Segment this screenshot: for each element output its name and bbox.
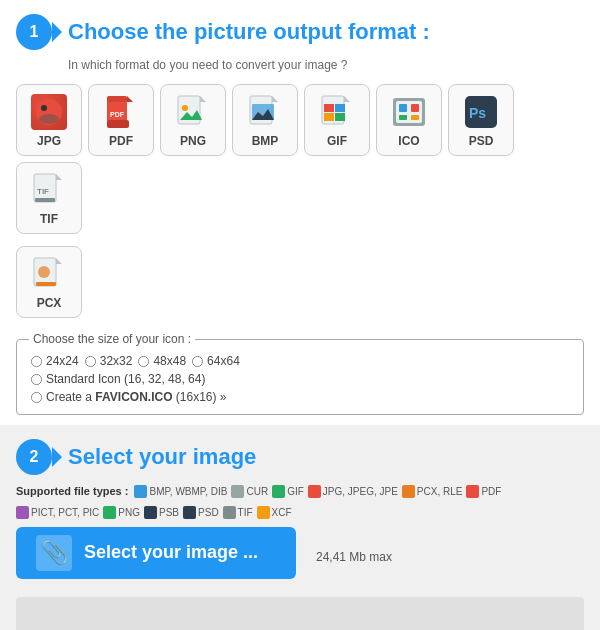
select-button-label: Select your image ...	[84, 542, 258, 563]
format-btn-pcx[interactable]: PCX	[16, 246, 82, 318]
svg-rect-49	[257, 506, 270, 519]
radio-input-48x48[interactable]	[138, 355, 149, 366]
format-icon-pcx	[29, 254, 69, 294]
select-btn-row: 📎 Select your image ... 24,41 Mb max	[16, 527, 584, 587]
format-btn-jpg[interactable]: JPG	[16, 84, 82, 156]
paperclip-icon: 📎	[36, 535, 72, 571]
radio-input-64x64[interactable]	[192, 355, 203, 366]
section-2-header: 2 Select your image	[16, 439, 584, 475]
svg-marker-35	[56, 258, 62, 264]
format-label-gif: GIF	[327, 134, 347, 148]
svg-point-10	[182, 105, 188, 111]
icon-size-row-2: Standard Icon (16, 32, 48, 64)	[29, 372, 571, 386]
radio-input-favicon[interactable]	[31, 391, 42, 402]
svg-rect-44	[16, 506, 29, 519]
format-icon-psd: Ps	[461, 92, 501, 132]
format-label-bmp: BMP	[252, 134, 279, 148]
radio-standard[interactable]: Standard Icon (16, 32, 48, 64)	[29, 372, 205, 386]
radio-input-24x24[interactable]	[31, 355, 42, 366]
file-type-psb: PSB	[144, 505, 179, 521]
radio-32x32[interactable]: 32x32	[83, 354, 133, 368]
file-type-xcf: XCF	[257, 505, 292, 521]
format-icon-png	[173, 92, 213, 132]
svg-rect-48	[223, 506, 236, 519]
section-1-title: Choose the picture output format :	[68, 19, 430, 45]
icon-size-row-3: Create a FAVICON.ICO (16x16) »	[29, 390, 571, 404]
format-label-jpg: JPG	[37, 134, 61, 148]
svg-rect-46	[144, 506, 157, 519]
section-1-header: 1 Choose the picture output format :	[16, 14, 584, 50]
svg-marker-17	[344, 96, 350, 102]
svg-rect-39	[231, 485, 244, 498]
svg-rect-47	[183, 506, 196, 519]
format-label-ico: ICO	[398, 134, 419, 148]
svg-marker-31	[56, 174, 62, 180]
select-image-button[interactable]: 📎 Select your image ...	[16, 527, 296, 579]
radio-input-standard[interactable]	[31, 373, 42, 384]
svg-rect-5	[107, 96, 127, 102]
file-type-pdf: PDF	[466, 484, 501, 500]
supported-files-label: Supported file types :	[16, 483, 128, 501]
file-type-gif: GIF	[272, 484, 304, 500]
step-badge-1: 1	[16, 14, 52, 50]
icon-size-legend: Choose the size of your icon :	[29, 332, 195, 346]
supported-files: Supported file types : BMP, WBMP, DIB CU…	[16, 483, 584, 521]
section-2: 2 Select your image Supported file types…	[0, 425, 600, 630]
svg-rect-20	[324, 113, 334, 121]
svg-marker-13	[272, 96, 278, 102]
radio-24x24[interactable]: 24x24	[29, 354, 79, 368]
file-type-pcx: PCX, RLE	[402, 484, 463, 500]
file-type-tif: TIF	[223, 505, 253, 521]
format-btn-png[interactable]: PNG	[160, 84, 226, 156]
file-type-pict: PICT, PCT, PIC	[16, 505, 99, 521]
format-label-pcx: PCX	[37, 296, 62, 310]
format-grid: JPG PDF PDF	[16, 84, 584, 234]
section-2-title: Select your image	[68, 444, 256, 470]
section-1: 1 Choose the picture output format : In …	[0, 0, 600, 425]
max-size-text: 24,41 Mb max	[316, 550, 392, 564]
svg-rect-18	[324, 104, 334, 112]
svg-rect-24	[399, 104, 407, 112]
file-type-cur: CUR	[231, 484, 268, 500]
format-label-tif: TIF	[40, 212, 58, 226]
format-btn-bmp[interactable]: BMP	[232, 84, 298, 156]
svg-point-37	[38, 266, 50, 278]
radio-favicon[interactable]: Create a FAVICON.ICO (16x16) »	[29, 390, 227, 404]
radio-64x64[interactable]: 64x64	[190, 354, 240, 368]
file-type-jpg: JPG, JPEG, JPE	[308, 484, 398, 500]
format-icon-ico	[389, 92, 429, 132]
icon-size-fieldset: Choose the size of your icon : 24x24 32x…	[16, 332, 584, 415]
svg-rect-45	[103, 506, 116, 519]
svg-point-1	[41, 105, 47, 111]
format-btn-pdf[interactable]: PDF PDF	[88, 84, 154, 156]
svg-rect-41	[308, 485, 321, 498]
format-btn-tif[interactable]: TIF TIF	[16, 162, 82, 234]
svg-rect-25	[411, 104, 419, 112]
section-1-subtitle: In which format do you need to convert y…	[68, 58, 584, 72]
radio-48x48[interactable]: 48x48	[136, 354, 186, 368]
svg-rect-19	[335, 104, 345, 112]
svg-rect-40	[272, 485, 285, 498]
svg-rect-36	[36, 282, 56, 286]
format-grid-row2: PCX	[16, 246, 584, 318]
svg-rect-21	[335, 113, 345, 121]
format-label-pdf: PDF	[109, 134, 133, 148]
file-type-png: PNG	[103, 505, 140, 521]
file-type-bmp: BMP, WBMP, DIB	[134, 484, 227, 500]
icon-size-options: 24x24 32x32 48x48 64x64 Standa	[29, 354, 571, 404]
format-label-png: PNG	[180, 134, 206, 148]
format-btn-psd[interactable]: Ps PSD	[448, 84, 514, 156]
format-btn-ico[interactable]: ICO	[376, 84, 442, 156]
icon-size-row-1: 24x24 32x32 48x48 64x64	[29, 354, 571, 368]
format-icon-bmp	[245, 92, 285, 132]
format-icon-gif	[317, 92, 357, 132]
radio-input-32x32[interactable]	[85, 355, 96, 366]
format-btn-gif[interactable]: GIF	[304, 84, 370, 156]
drop-zone[interactable]	[16, 597, 584, 630]
svg-marker-9	[200, 96, 206, 102]
svg-text:TIF: TIF	[37, 187, 49, 196]
svg-marker-4	[127, 96, 133, 102]
step-badge-2: 2	[16, 439, 52, 475]
file-type-psd: PSD	[183, 505, 219, 521]
svg-rect-32	[35, 198, 55, 202]
